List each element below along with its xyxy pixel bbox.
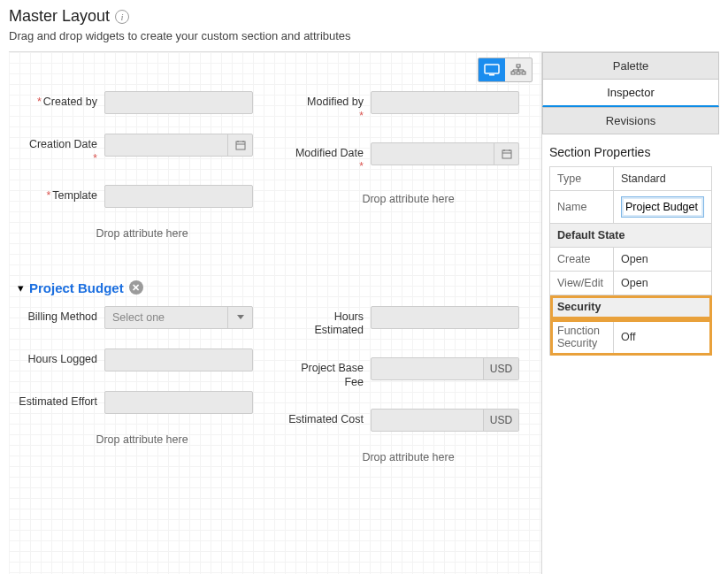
- section-properties-title: Section Properties: [549, 145, 712, 159]
- input-estimated-effort[interactable]: [104, 391, 253, 414]
- chevron-down-icon[interactable]: ▾: [18, 281, 24, 295]
- prop-viewedit-value[interactable]: Open: [614, 272, 712, 295]
- view-desktop-button[interactable]: [479, 58, 505, 81]
- label-modified-by: Modified by*: [284, 91, 371, 123]
- prop-type-label: Type: [550, 167, 614, 191]
- label-modified-date: Modified Date*: [284, 142, 371, 174]
- prop-viewedit-label: View/Edit: [550, 272, 614, 295]
- layout-canvas[interactable]: *Created by Creation Date* *Template Dro…: [9, 52, 542, 574]
- currency-label: USD: [483, 410, 518, 431]
- prop-create-label: Create: [550, 248, 614, 272]
- label-hours-estimated: Hours Estimated: [284, 306, 371, 338]
- security-header: Security: [550, 295, 712, 319]
- view-hierarchy-button[interactable]: [505, 58, 532, 81]
- svg-rect-1: [489, 74, 494, 76]
- label-billing-method: Billing Method: [18, 306, 104, 325]
- input-estimated-cost[interactable]: USD: [371, 409, 519, 432]
- drop-zone[interactable]: Drop attribute here: [18, 227, 266, 240]
- prop-name-label: Name: [550, 191, 614, 224]
- input-hours-logged[interactable]: [104, 348, 253, 371]
- section-header-project-budget[interactable]: ▾ Project Budget ✕: [18, 280, 533, 295]
- label-template: *Template: [18, 185, 104, 203]
- prop-create-value[interactable]: Open: [614, 248, 712, 272]
- calendar-icon[interactable]: [494, 143, 518, 165]
- label-estimated-effort: Estimated Effort: [18, 391, 104, 410]
- section-name[interactable]: Project Budget: [29, 280, 124, 295]
- input-project-base-fee[interactable]: USD: [371, 357, 519, 380]
- svg-rect-5: [522, 72, 525, 74]
- select-billing-method[interactable]: Select one: [104, 306, 253, 329]
- remove-section-button[interactable]: ✕: [129, 280, 143, 295]
- svg-rect-0: [485, 65, 499, 73]
- currency-label: USD: [483, 358, 518, 379]
- drop-zone[interactable]: Drop attribute here: [284, 451, 533, 463]
- input-hours-estimated[interactable]: [371, 306, 519, 329]
- drop-zone[interactable]: Drop attribute here: [18, 433, 266, 446]
- label-creation-date: Creation Date*: [18, 134, 104, 165]
- prop-type-value: Standard: [614, 167, 712, 191]
- prop-func-sec-label: Function Security: [550, 319, 614, 356]
- input-creation-date[interactable]: [104, 134, 253, 157]
- tab-revisions[interactable]: Revisions: [542, 107, 719, 134]
- prop-func-sec-value[interactable]: Off: [614, 319, 712, 356]
- chevron-down-icon[interactable]: [227, 307, 252, 328]
- tab-palette[interactable]: Palette: [542, 52, 719, 79]
- svg-rect-2: [517, 65, 520, 67]
- label-project-base-fee: Project Base Fee: [284, 357, 371, 389]
- input-created-by[interactable]: [104, 91, 253, 114]
- drop-zone[interactable]: Drop attribute here: [284, 193, 533, 205]
- label-hours-logged: Hours Logged: [18, 348, 104, 367]
- page-title: Master Layout i: [9, 7, 719, 26]
- input-template[interactable]: [104, 185, 253, 208]
- label-created-by: *Created by: [18, 91, 104, 110]
- calendar-icon[interactable]: [227, 134, 252, 156]
- tab-inspector[interactable]: Inspector: [542, 79, 719, 107]
- page-title-text: Master Layout: [9, 7, 110, 26]
- input-modified-date[interactable]: [371, 142, 519, 165]
- page-subtitle: Drag and drop widgets to create your cus…: [9, 29, 719, 42]
- svg-rect-7: [502, 150, 511, 158]
- default-state-header: Default State: [550, 224, 712, 248]
- svg-rect-4: [517, 72, 520, 74]
- svg-rect-6: [236, 142, 245, 149]
- view-toggle: [478, 57, 533, 82]
- label-estimated-cost: Estimated Cost: [284, 409, 371, 427]
- prop-name-input[interactable]: [621, 196, 704, 218]
- select-placeholder: Select one: [105, 307, 227, 328]
- info-icon[interactable]: i: [115, 10, 129, 24]
- side-panel: Palette Inspector Revisions Section Prop…: [542, 52, 719, 574]
- svg-rect-3: [511, 72, 515, 74]
- input-modified-by[interactable]: [371, 91, 519, 114]
